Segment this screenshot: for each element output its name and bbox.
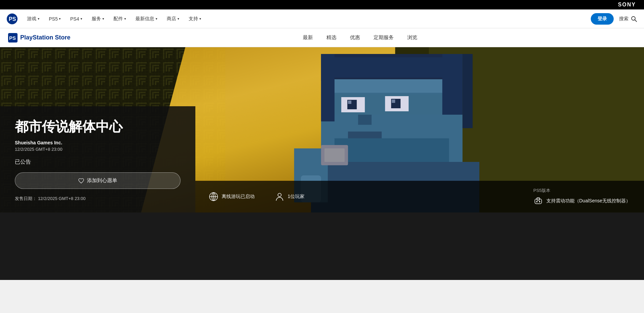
svg-rect-29 [334,138,449,165]
svg-rect-45 [535,199,542,204]
svg-text:PS: PS [9,35,16,41]
svg-point-48 [539,201,540,202]
playstation-store-icon: PS [8,33,18,42]
nav-item-store[interactable]: 商店 ▾ [163,13,183,25]
players-info: 1位玩家 [275,192,304,201]
chevron-down-icon: ▾ [59,17,61,21]
game-status: 已公告 [15,159,181,166]
svg-rect-18 [328,57,456,78]
nav-item-games[interactable]: 游戏 ▾ [23,13,43,25]
store-links: 最新 精选 优惠 定期服务 浏览 [84,33,636,42]
ps5-feature-label: 支持震动功能（DualSense无线控制器） [546,198,631,204]
offline-play-info: 离线游玩已启动 [209,192,255,201]
nav-links: 游戏 ▾ PS5 ▾ PS4 ▾ 服务 ▾ 配件 ▾ 最新信息 ▾ 商店 ▾ 支… [23,13,591,25]
heart-icon [78,178,84,184]
chevron-down-icon: ▾ [178,17,179,21]
players-label: 1位玩家 [288,194,304,200]
svg-point-47 [536,201,538,202]
chevron-down-icon: ▾ [156,17,157,21]
store-link-deals[interactable]: 优惠 [350,33,360,42]
wishlist-button[interactable]: 添加到心愿单 [15,172,181,189]
nav-actions: 登录 搜索 [591,13,637,25]
svg-rect-26 [392,99,395,103]
offline-icon [209,192,218,201]
store-link-latest[interactable]: 最新 [303,33,313,42]
dualsense-icon [534,196,543,206]
login-button[interactable]: 登录 [591,13,614,25]
svg-rect-27 [358,115,372,125]
svg-rect-19 [328,79,456,93]
ps5-version-label: PS5版本 [534,188,631,194]
chevron-down-icon: ▾ [199,17,201,21]
svg-rect-39 [324,148,345,162]
person-icon [275,192,284,201]
game-date-top: 12/2/2025 GMT+8 23:00 [15,147,181,152]
chevron-down-icon: ▾ [38,17,39,21]
search-area[interactable]: 搜索 [619,16,637,22]
store-brand: PS PlayStation Store [8,33,70,42]
ps5-section: PS5版本 支持震动功能（DualSense无线控制器） [534,188,631,206]
svg-rect-32 [321,54,334,121]
nav-item-accessories[interactable]: 配件 ▾ [109,13,130,25]
store-link-browse[interactable]: 浏览 [407,33,417,42]
chevron-down-icon: ▾ [124,17,126,21]
release-date-bottom: 发售日期： 12/2/2025 GMT+8 23:00 [15,196,181,202]
search-icon [631,16,637,22]
chevron-down-icon: ▾ [80,17,82,21]
svg-rect-28 [348,132,382,138]
nav-item-news[interactable]: 最新信息 ▾ [131,13,161,25]
ps5-feature-item: 支持震动功能（DualSense无线控制器） [534,196,631,206]
game-title: 都市传说解体中心 [15,118,181,135]
svg-line-3 [635,20,637,22]
nav-item-services[interactable]: 服务 ▾ [88,13,108,25]
ps-logo-icon: PS [7,13,18,24]
nav-item-ps4[interactable]: PS4 ▾ [66,13,86,24]
svg-rect-34 [462,54,473,128]
hero-section: 都市传说解体中心 Shueisha Games Inc. 12/2/2025 G… [0,47,644,212]
sony-bar: SONY [0,0,644,9]
svg-rect-23 [348,101,351,104]
sony-logo: SONY [618,2,636,8]
chevron-down-icon: ▾ [102,17,104,21]
store-link-subscription[interactable]: 定期服务 [374,33,394,42]
offline-label: 离线游玩已启动 [222,194,255,200]
svg-text:PS: PS [9,16,16,22]
svg-rect-33 [442,54,462,115]
svg-point-44 [278,193,281,197]
search-label: 搜索 [619,16,629,22]
nav-item-support[interactable]: 支持 ▾ [185,13,205,25]
nav-item-ps5[interactable]: PS5 ▾ [45,13,65,24]
hero-info-panel: 都市传说解体中心 Shueisha Games Inc. 12/2/2025 G… [0,106,195,212]
page-bottom [0,212,644,280]
store-link-featured[interactable]: 精选 [326,33,336,42]
store-nav: PS PlayStation Store 最新 精选 优惠 定期服务 浏览 [0,28,644,47]
store-title: PlayStation Store [20,34,70,41]
game-publisher: Shueisha Games Inc. [15,140,181,145]
main-nav: PS 游戏 ▾ PS5 ▾ PS4 ▾ 服务 ▾ 配件 ▾ 最新信息 ▾ 商店 … [0,9,644,28]
hero-footer-info: 离线游玩已启动 1位玩家 PS5版本 支持震动功能（DualSense无线控制器… [195,181,644,212]
